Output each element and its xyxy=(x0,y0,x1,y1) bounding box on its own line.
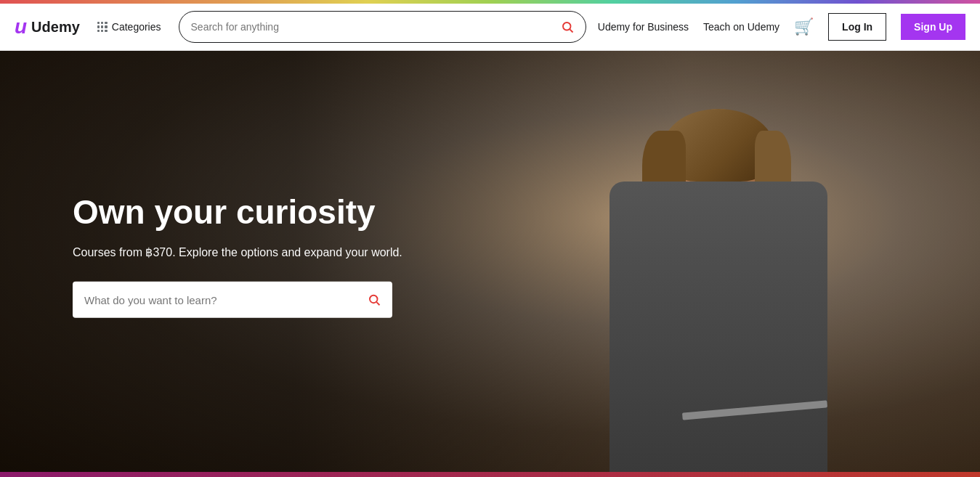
login-button[interactable]: Log In xyxy=(828,13,886,41)
search-input[interactable] xyxy=(179,21,549,33)
hero-person-image xyxy=(566,94,871,472)
person-body xyxy=(610,182,827,472)
hero-search-icon xyxy=(368,293,381,306)
svg-point-2 xyxy=(370,295,378,303)
hero-search-button[interactable] xyxy=(356,293,392,306)
nav-links: Udemy for Business Teach on Udemy 🛒 Log … xyxy=(598,13,965,41)
navbar: u Udemy Categories Udemy for Business Te… xyxy=(0,4,980,51)
svg-line-1 xyxy=(570,29,572,32)
svg-point-0 xyxy=(563,23,571,30)
logo-text: Udemy xyxy=(31,19,80,36)
nav-business-link[interactable]: Udemy for Business xyxy=(598,21,689,33)
person-hair xyxy=(664,109,773,182)
hero-content: Own your curiosity Courses from ฿370. Ex… xyxy=(73,192,402,318)
stats-bar: 100,000 online courses Explore a variety… xyxy=(0,472,980,477)
categories-button[interactable]: Categories xyxy=(92,21,167,33)
hero-subtitle: Courses from ฿370. Explore the options a… xyxy=(73,244,402,261)
hero-search-input[interactable] xyxy=(73,293,356,306)
svg-line-3 xyxy=(376,302,379,305)
hero-title: Own your curiosity xyxy=(73,192,402,232)
hero-search-bar xyxy=(73,282,392,318)
search-bar xyxy=(179,11,586,43)
search-button[interactable] xyxy=(549,20,586,33)
grid-icon xyxy=(97,22,108,32)
categories-label: Categories xyxy=(112,21,161,33)
logo-icon: u xyxy=(15,17,27,37)
signup-button[interactable]: Sign Up xyxy=(901,14,965,40)
nav-teach-link[interactable]: Teach on Udemy xyxy=(703,21,779,33)
search-icon xyxy=(561,20,574,33)
logo: u Udemy xyxy=(15,17,80,37)
hero-section: Own your curiosity Courses from ฿370. Ex… xyxy=(0,51,980,472)
cart-icon[interactable]: 🛒 xyxy=(794,17,814,36)
